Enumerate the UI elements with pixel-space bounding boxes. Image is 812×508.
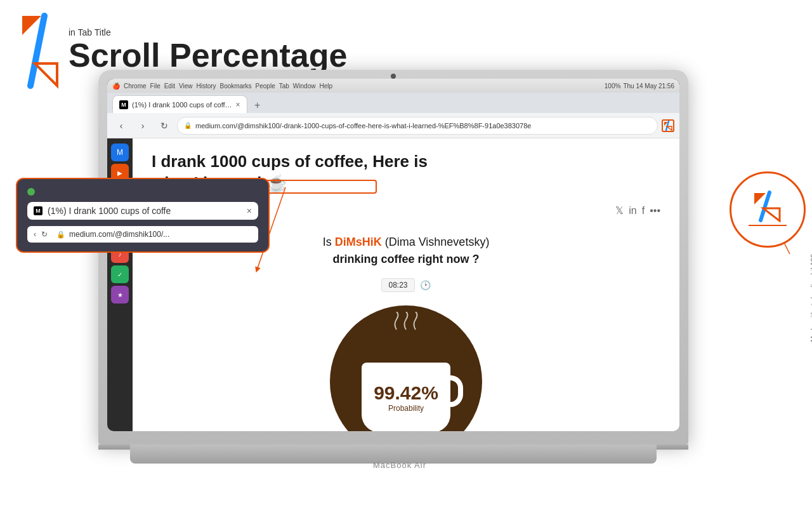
chrome-toolbar: ‹ › ↻ 🔒 medium.com/@dimshik100/-drank-10… <box>107 113 679 138</box>
back-button[interactable]: ‹ <box>112 117 130 135</box>
clock-icon: 🕑 <box>420 280 431 290</box>
callout-url-text: medium.com/@dimshik100/... <box>69 230 169 239</box>
time-label: Thu 14 May 21:56 <box>623 83 674 90</box>
chrome-menu[interactable]: Chrome <box>124 83 147 90</box>
tab-callout: M (1%) I drank 1000 cups of coffe × ‹ ↻ … <box>16 178 270 253</box>
question-prefix: Is <box>323 236 335 248</box>
laptop-screen: 🍎 Chrome File Edit View History Bookmark… <box>107 79 679 431</box>
forward-button[interactable]: › <box>134 117 152 135</box>
tab-menu[interactable]: Tab <box>279 83 289 90</box>
window-menu[interactable]: Window <box>293 83 316 90</box>
chrome-tab-active[interactable]: M (1%) I drank 1000 cups of coff… × <box>112 95 247 113</box>
callout-tab-row: M (1%) I drank 1000 cups of coffe × <box>27 202 258 220</box>
window-dots <box>27 188 258 196</box>
apple-menu[interactable]: 🍎 <box>112 83 120 90</box>
macbook-label: MacBook Air <box>373 460 426 470</box>
extension-callout-inner <box>749 190 787 229</box>
svg-marker-2 <box>667 126 672 130</box>
made-with-text: Made with ♥ by dimshik100 <box>809 254 812 342</box>
svg-marker-5 <box>754 193 766 204</box>
address-text: medium.com/@dimshik100/-drank-1000-cups-… <box>195 122 651 130</box>
extension-logo-svg <box>752 190 783 222</box>
logo-slash <box>30 16 44 86</box>
scroll-extension-icon[interactable] <box>662 119 674 132</box>
ext-callout-divider <box>749 225 787 226</box>
linkedin-icon: in <box>629 205 636 217</box>
logo-text-area: in Tab Title Scroll Percentage <box>69 27 347 74</box>
dock-icon-7[interactable]: ✓ <box>111 265 129 283</box>
coffee-label-text: Probability <box>388 404 424 413</box>
question-author: (Dima Vishnevetsky) <box>382 236 490 248</box>
coffee-percent-text: 99.42% <box>374 382 438 404</box>
dock-icon-8[interactable]: ★ <box>111 286 129 304</box>
laptop-bezel: 🍎 Chrome File Edit View History Bookmark… <box>98 70 688 444</box>
coffee-circle: 99.42% Probability <box>330 305 482 431</box>
dock-icon-1[interactable]: M <box>111 144 129 161</box>
made-with-footer: Made with ♥ by dimshik100 <box>809 254 812 342</box>
question-suffix: drinking coffee right now ? <box>333 253 480 265</box>
callout-back-btn[interactable]: ‹ <box>34 230 36 239</box>
macos-menubar: 🍎 Chrome File Edit View History Bookmark… <box>107 79 679 93</box>
tab-close-button[interactable]: × <box>236 100 240 109</box>
help-menu[interactable]: Help <box>319 83 332 90</box>
tab-add-button[interactable]: + <box>250 98 265 113</box>
callout-lock-icon: 🔒 <box>56 231 65 239</box>
time-badge: 08:23 <box>381 278 414 292</box>
logo-triangle-2 <box>35 64 57 86</box>
callout-nav-buttons: ‹ ↻ <box>34 230 48 239</box>
tab-title: (1%) I drank 1000 cups of coff… <box>132 101 232 109</box>
callout-tab-title: (1%) I drank 1000 cups of coffe <box>48 206 242 216</box>
extension-callout <box>730 171 806 248</box>
laptop-camera <box>391 74 396 79</box>
history-menu[interactable]: History <box>196 83 216 90</box>
toolbar-extensions <box>662 119 674 132</box>
time-bar: 08:23 🕑 <box>152 278 660 292</box>
macos-status-area: 100% Thu 14 May 21:56 <box>605 83 674 90</box>
lock-icon: 🔒 <box>184 122 192 129</box>
dimshik-highlight: DiMsHiK <box>335 236 382 248</box>
chrome-browser: M (1%) I drank 1000 cups of coff… × + ‹ … <box>107 93 679 431</box>
dot-green <box>27 188 35 196</box>
file-menu[interactable]: File <box>150 83 160 90</box>
battery-label: 100% <box>605 83 621 90</box>
callout-address-bar: ‹ ↻ 🔒 medium.com/@dimshik100/... <box>27 226 258 243</box>
address-bar[interactable]: 🔒 medium.com/@dimshik100/-drank-1000-cup… <box>177 117 658 135</box>
coffee-visual: 99.42% Probability <box>152 302 660 431</box>
medium-favicon: M <box>119 100 128 109</box>
logo-subtitle: in Tab Title <box>69 27 347 37</box>
chrome-tabs-bar: M (1%) I drank 1000 cups of coff… × + <box>107 93 679 113</box>
refresh-button[interactable]: ↻ <box>155 117 173 135</box>
logo-title: Scroll Percentage <box>69 37 347 74</box>
facebook-icon: f <box>642 205 645 217</box>
svg-marker-7 <box>763 208 780 221</box>
more-icon: ••• <box>650 205 660 217</box>
people-menu[interactable]: People <box>256 83 275 90</box>
coffee-cup: 99.42% Probability <box>362 363 450 431</box>
social-icons: 𝕏 in f ••• <box>615 204 660 217</box>
callout-m-icon: M <box>34 206 43 215</box>
callout-tab-close[interactable]: × <box>247 206 252 216</box>
edit-menu[interactable]: Edit <box>164 83 175 90</box>
macbook: 🍎 Chrome File Edit View History Bookmark… <box>98 70 701 489</box>
twitter-icon: 𝕏 <box>615 204 624 217</box>
callout-refresh-btn[interactable]: ↻ <box>41 230 48 239</box>
article-title-line1: I drank 1000 cups of coffee, Here is <box>152 152 428 171</box>
view-menu[interactable]: View <box>179 83 193 90</box>
logo-icon <box>19 13 63 89</box>
bookmarks-menu[interactable]: Bookmarks <box>220 83 252 90</box>
